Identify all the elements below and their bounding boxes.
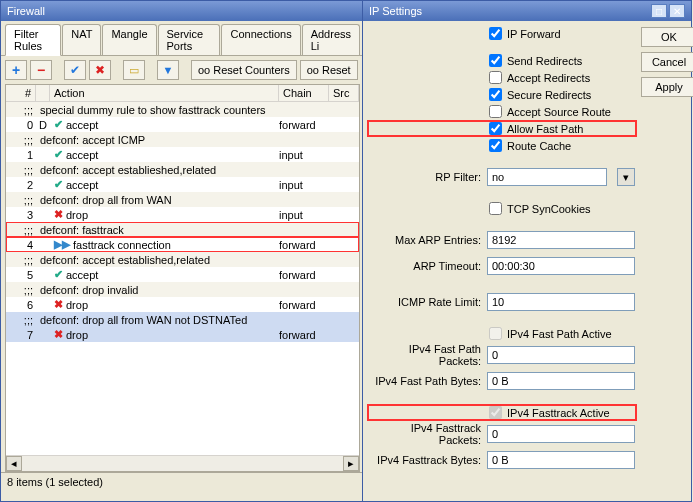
firewall-title: Firewall <box>7 5 45 17</box>
ip-settings-title: IP Settings <box>369 5 422 17</box>
apply-button[interactable]: Apply <box>641 77 693 97</box>
disable-button[interactable]: ✖ <box>89 60 111 80</box>
ft-packets-value: 0 <box>487 425 635 443</box>
plus-icon: + <box>12 62 20 78</box>
col-src[interactable]: Src <box>329 85 359 101</box>
close-button[interactable]: ✕ <box>669 4 685 18</box>
table-row[interactable]: 0 D ✔accept forward <box>6 117 359 132</box>
funnel-icon: ▼ <box>163 64 174 76</box>
cross-icon: ✖ <box>95 63 105 77</box>
reset-all-counters-button[interactable]: ooReset <box>300 60 358 80</box>
scroll-right-icon[interactable]: ▸ <box>343 456 359 471</box>
filter-button[interactable]: ▼ <box>157 60 179 80</box>
drop-icon: ✖ <box>54 298 63 311</box>
fp-bytes-value: 0 B <box>487 372 635 390</box>
h-scrollbar[interactable]: ◂ ▸ <box>6 455 359 471</box>
accept-icon: ✔ <box>54 148 63 161</box>
firewall-toolbar: + − ✔ ✖ ▭ ▼ ooReset Counters ooReset <box>1 55 364 84</box>
table-row[interactable]: ;;;defconf: accept ICMP <box>6 132 359 147</box>
table-header: # Action Chain Src <box>6 85 359 102</box>
cancel-button[interactable]: Cancel <box>641 52 693 72</box>
table-row[interactable]: ;;;defconf: drop all from WAN not DSTNAT… <box>6 312 359 327</box>
table-row[interactable]: ;;;defconf: drop all from WAN <box>6 192 359 207</box>
max-arp-input[interactable] <box>487 231 635 249</box>
chk-allow-fast-path[interactable]: Allow Fast Path <box>369 122 635 135</box>
rules-table: # Action Chain Src ;;;special dummy rule… <box>5 84 360 472</box>
tab-nat[interactable]: NAT <box>62 24 101 55</box>
field-ft-bytes: IPv4 Fasttrack Bytes: 0 B <box>369 449 635 471</box>
accept-icon: ✔ <box>54 118 63 131</box>
col-action[interactable]: Action <box>50 85 279 101</box>
col-number[interactable]: # <box>6 85 36 101</box>
minus-icon: − <box>37 62 45 78</box>
firewall-titlebar: Firewall <box>1 1 364 21</box>
add-button[interactable]: + <box>5 60 27 80</box>
check-icon: ✔ <box>70 63 80 77</box>
chk-fasttrack-active: IPv4 Fasttrack Active <box>369 406 635 419</box>
reset-counters-button[interactable]: ooReset Counters <box>191 60 297 80</box>
fasttrack-icon: ▶▶ <box>54 238 70 251</box>
ip-settings-body: IP Forward Send Redirects Accept Redirec… <box>363 21 691 501</box>
ok-button[interactable]: OK <box>641 27 693 47</box>
field-fp-packets: IPv4 Fast Path Packets: 0 <box>369 344 635 366</box>
ip-settings-titlebar: IP Settings □ ✕ <box>363 1 691 21</box>
field-arp-timeout: ARP Timeout: <box>369 255 635 277</box>
comment-button[interactable]: ▭ <box>123 60 145 80</box>
table-row[interactable]: ;;;defconf: accept established,related <box>6 252 359 267</box>
chk-ip-forward[interactable]: IP Forward <box>369 27 635 40</box>
accept-icon: ✔ <box>54 178 63 191</box>
field-fp-bytes: IPv4 Fast Path Bytes: 0 B <box>369 370 635 392</box>
field-icmp-rate: ICMP Rate Limit: <box>369 291 635 313</box>
ft-bytes-value: 0 B <box>487 451 635 469</box>
chk-route-cache[interactable]: Route Cache <box>369 139 635 152</box>
table-row[interactable]: ;;;defconf: accept establieshed,related <box>6 162 359 177</box>
table-row[interactable]: ;;;defconf: fasttrack <box>6 222 359 237</box>
chk-tcp-syncookies[interactable]: TCP SynCookies <box>369 202 635 215</box>
chk-accept-source-route[interactable]: Accept Source Route <box>369 105 635 118</box>
tab-service-ports[interactable]: Service Ports <box>158 24 221 55</box>
table-row[interactable]: 6 ✖drop forward <box>6 297 359 312</box>
table-row[interactable]: 4 ▶▶fasttrack connection forward <box>6 237 359 252</box>
field-rp-filter: RP Filter: no▾ <box>369 166 635 188</box>
dropdown-icon[interactable]: ▾ <box>617 168 635 186</box>
table-row[interactable]: ;;;defconf: drop invalid <box>6 282 359 297</box>
drop-icon: ✖ <box>54 208 63 221</box>
tab-filter-rules[interactable]: Filter Rules <box>5 24 61 56</box>
table-row[interactable]: 3 ✖drop input <box>6 207 359 222</box>
table-row[interactable]: 7 ✖drop forward <box>6 327 359 342</box>
col-chain[interactable]: Chain <box>279 85 329 101</box>
remove-button[interactable]: − <box>30 60 52 80</box>
field-ft-packets: IPv4 Fasttrack Packets: 0 <box>369 423 635 445</box>
chk-send-redirects[interactable]: Send Redirects <box>369 54 635 67</box>
firewall-window: Firewall Filter Rules NAT Mangle Service… <box>0 0 365 502</box>
enable-button[interactable]: ✔ <box>64 60 86 80</box>
chk-fast-path-active: IPv4 Fast Path Active <box>369 327 635 340</box>
table-row[interactable]: 2 ✔accept input <box>6 177 359 192</box>
drop-icon: ✖ <box>54 328 63 341</box>
chk-accept-redirects[interactable]: Accept Redirects <box>369 71 635 84</box>
checkbox-icon[interactable] <box>489 27 502 40</box>
table-row[interactable]: ;;;special dummy rule to show fasttrack … <box>6 102 359 117</box>
field-max-arp: Max ARP Entries: <box>369 229 635 251</box>
table-row[interactable]: 1 ✔accept input <box>6 147 359 162</box>
ip-settings-window: IP Settings □ ✕ IP Forward Send Redirect… <box>362 0 692 502</box>
accept-icon: ✔ <box>54 268 63 281</box>
table-row[interactable]: 5 ✔accept forward <box>6 267 359 282</box>
scroll-left-icon[interactable]: ◂ <box>6 456 22 471</box>
arp-timeout-input[interactable] <box>487 257 635 275</box>
firewall-tabs: Filter Rules NAT Mangle Service Ports Co… <box>1 21 364 55</box>
fp-packets-value: 0 <box>487 346 635 364</box>
comment-icon: ▭ <box>129 64 139 77</box>
tab-mangle[interactable]: Mangle <box>102 24 156 55</box>
chk-secure-redirects[interactable]: Secure Redirects <box>369 88 635 101</box>
tab-address-lists[interactable]: Address Li <box>302 24 360 55</box>
help-button[interactable]: □ <box>651 4 667 18</box>
tab-connections[interactable]: Connections <box>221 24 300 55</box>
status-bar: 8 items (1 selected) <box>1 472 364 491</box>
rp-filter-select[interactable]: no <box>487 168 607 186</box>
icmp-rate-input[interactable] <box>487 293 635 311</box>
